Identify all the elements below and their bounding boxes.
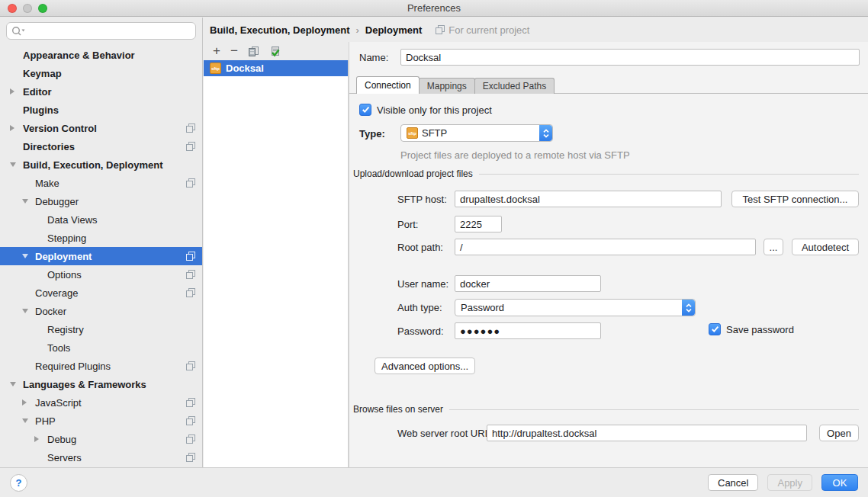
visible-project-checkbox-row[interactable]: Visible only for this project [359, 104, 492, 116]
sidebar-item-label: Appearance & Behavior [23, 50, 135, 61]
password-field[interactable]: ●●●●●● [455, 322, 601, 339]
sftp-host-field[interactable]: drupaltest.docksal [455, 191, 722, 207]
chevron-right-icon[interactable] [10, 88, 23, 95]
sidebar-item-make[interactable]: Make [0, 174, 202, 192]
sidebar-item-registry[interactable]: Registry [0, 320, 202, 338]
copy-server-icon[interactable] [248, 46, 259, 57]
type-select[interactable]: sftp SFTP [400, 124, 553, 142]
sidebar-item-appearance-behavior[interactable]: Appearance & Behavior [0, 46, 202, 64]
save-password-row[interactable]: Save password [709, 323, 794, 335]
tab-connection[interactable]: Connection [356, 76, 420, 94]
project-scope-icon [436, 25, 445, 34]
visible-project-checkbox-label: Visible only for this project [377, 104, 492, 116]
name-field[interactable]: Docksal [400, 49, 860, 66]
upload-section-title: Upload/download project files [353, 168, 859, 179]
project-scope-badge: For current project [436, 24, 529, 36]
sidebar-item-tools[interactable]: Tools [0, 338, 202, 357]
sidebar-item-version-control[interactable]: Version Control [0, 119, 202, 137]
sidebar-item-label: Coverage [35, 287, 78, 299]
add-server-icon[interactable]: + [213, 46, 220, 56]
sidebar-item-stepping[interactable]: Stepping [0, 229, 202, 247]
user-name-field[interactable]: docker [455, 275, 601, 292]
port-field[interactable]: 2225 [455, 216, 502, 232]
upload-section-label: Upload/download project files [353, 168, 473, 179]
content-area: Build, Execution, Deployment › Deploymen… [204, 18, 868, 467]
select-stepper-icon [539, 125, 552, 141]
visible-project-checkbox[interactable] [359, 104, 371, 116]
remove-server-icon[interactable]: − [230, 46, 238, 56]
breadcrumb-separator-icon: › [355, 24, 358, 36]
tab-excluded-paths[interactable]: Excluded Paths [474, 78, 555, 94]
browse-section-label: Browse files on server [353, 404, 443, 415]
open-button[interactable]: Open [819, 425, 859, 441]
chevron-down-icon[interactable] [10, 162, 23, 167]
help-button[interactable]: ? [10, 474, 27, 492]
sidebar-item-label: JavaScript [35, 397, 82, 409]
cancel-button[interactable]: Cancel [708, 474, 758, 491]
chevron-right-icon[interactable] [22, 399, 35, 406]
chevron-down-icon[interactable] [22, 309, 35, 313]
sidebar-item-plugins[interactable]: Plugins [0, 101, 202, 119]
sidebar-item-data-views[interactable]: Data Views [0, 210, 202, 229]
server-list-pane: + − sftpDocksal [204, 42, 349, 467]
ok-button[interactable]: OK [821, 474, 858, 491]
chevron-right-icon[interactable] [34, 436, 47, 442]
sidebar-item-directories[interactable]: Directories [0, 137, 202, 156]
sidebar-item-label: Keymap [23, 68, 62, 79]
name-label: Name: [359, 52, 388, 63]
sidebar-item-options[interactable]: Options [0, 265, 202, 284]
project-scope-icon [186, 453, 195, 462]
sidebar-item-servers[interactable]: Servers [0, 448, 202, 467]
zoom-window-icon[interactable] [38, 4, 47, 13]
use-as-default-icon[interactable] [269, 46, 281, 57]
sidebar-item-label: Debugger [35, 196, 79, 207]
sidebar-item-editor[interactable]: Editor [0, 82, 202, 101]
project-scope-icon [186, 288, 195, 297]
tab-mappings[interactable]: Mappings [419, 78, 475, 94]
sidebar-item-label: Docker [35, 306, 66, 317]
project-scope-icon [186, 416, 195, 425]
chevron-right-icon[interactable] [10, 125, 23, 131]
close-window-icon[interactable] [8, 4, 17, 13]
sidebar-item-label: PHP [35, 415, 56, 427]
project-scope-label: For current project [448, 24, 529, 36]
preferences-window: Preferences Appearance & BehaviorKeymapE… [0, 0, 868, 497]
chevron-down-icon[interactable] [22, 199, 35, 204]
chevron-down-icon[interactable] [22, 254, 35, 258]
autodetect-button[interactable]: Autodetect [792, 239, 859, 255]
sidebar-item-php[interactable]: PHP [0, 412, 202, 430]
sidebar-item-docker[interactable]: Docker [0, 302, 202, 320]
auth-type-select[interactable]: Password [455, 299, 696, 316]
sidebar-item-debug[interactable]: Debug [0, 430, 202, 448]
type-hint: Project files are deployed to a remote h… [400, 149, 630, 161]
project-scope-icon [186, 252, 195, 261]
root-path-browse-button[interactable]: ... [764, 239, 783, 255]
root-path-field[interactable]: / [455, 239, 756, 255]
footer-buttons: Cancel Apply OK [708, 474, 858, 491]
save-password-checkbox[interactable] [709, 323, 721, 335]
test-sftp-button[interactable]: Test SFTP connection... [731, 191, 859, 207]
chevron-down-icon[interactable] [10, 382, 23, 386]
server-list-toolbar: + − [204, 42, 349, 60]
chevron-down-icon[interactable] [22, 418, 35, 423]
server-item-docksal[interactable]: sftpDocksal [204, 60, 348, 76]
sidebar-item-keymap[interactable]: Keymap [0, 64, 202, 82]
sidebar-item-required-plugins[interactable]: Required Plugins [0, 357, 202, 375]
sidebar-item-languages-frameworks[interactable]: Languages & Frameworks [0, 375, 202, 393]
auth-type-value: Password [461, 302, 504, 313]
sidebar-item-deployment[interactable]: Deployment [0, 247, 202, 265]
server-item-label: Docksal [226, 63, 264, 74]
web-root-value: http://drupaltest.docksal [492, 428, 596, 439]
settings-tree: Appearance & BehaviorKeymapEditorPlugins… [0, 46, 202, 467]
settings-search-input[interactable] [6, 22, 196, 40]
breadcrumb-section[interactable]: Build, Execution, Deployment [210, 24, 349, 36]
sidebar-item-debugger[interactable]: Debugger [0, 192, 202, 210]
breadcrumb-page: Deployment [365, 24, 422, 36]
advanced-options-button[interactable]: Advanced options... [375, 358, 475, 374]
sidebar-item-coverage[interactable]: Coverage [0, 284, 202, 302]
sidebar-item-label: Deployment [35, 251, 92, 262]
sidebar-item-build-execution-deployment[interactable]: Build, Execution, Deployment [0, 156, 202, 174]
sidebar-item-javascript[interactable]: JavaScript [0, 393, 202, 412]
web-root-field[interactable]: http://drupaltest.docksal [487, 425, 807, 441]
sftp-file-icon: sftp [210, 63, 221, 74]
